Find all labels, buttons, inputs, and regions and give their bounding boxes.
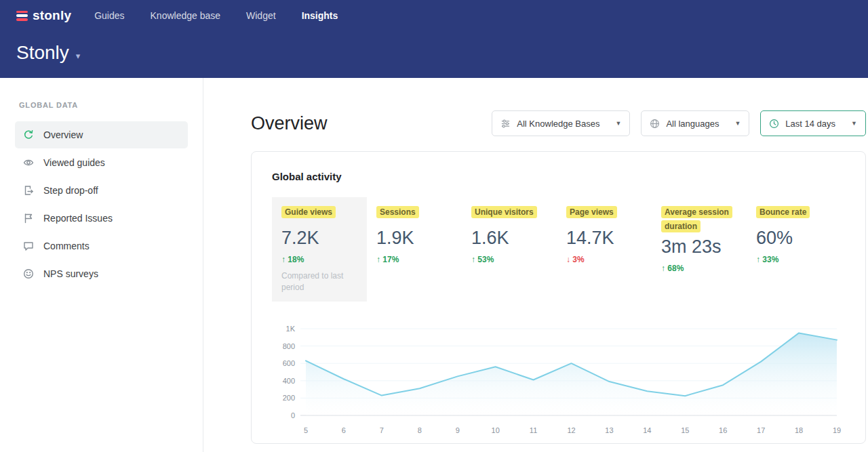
metric-value: 1.6K [471, 228, 549, 249]
metric-label: Sessions [376, 206, 419, 218]
svg-text:1K: 1K [286, 325, 296, 333]
svg-text:6: 6 [342, 426, 346, 434]
sidebar-item-reported-issues[interactable]: Reported Issues [15, 205, 188, 232]
nav-item-knowledge-base[interactable]: Knowledge base [151, 10, 221, 21]
arrow-up-icon: ↑ [471, 255, 475, 264]
sidebar-item-label: Comments [43, 241, 90, 251]
global-activity-chart: 02004006008001K5678910111213141516171819 [272, 319, 845, 440]
metric-delta: ↑ 18% [281, 255, 359, 264]
metrics-row: Guide views 7.2K ↑ 18% Compared to last … [272, 197, 845, 302]
date-range-filter[interactable]: Last 14 days ▼ [760, 110, 866, 136]
metric-average-session-duration[interactable]: Average session duration 3m 23s ↑ 68% [652, 197, 747, 302]
svg-text:15: 15 [681, 426, 689, 434]
metric-label: Page views [566, 206, 617, 218]
metric-unique-visitors[interactable]: Unique visitors 1.6K ↑ 53% [462, 197, 557, 302]
workspace-selector[interactable]: Stonly ▾ [16, 42, 868, 64]
workspace-name: Stonly [16, 42, 69, 64]
nav-item-insights[interactable]: Insights [302, 10, 338, 21]
svg-text:17: 17 [757, 426, 765, 434]
svg-text:12: 12 [567, 426, 575, 434]
sidebar: GLOBAL DATA Overview Viewed guides Step … [0, 78, 203, 452]
metric-bounce-rate[interactable]: Bounce rate 60% ↑ 33% [747, 197, 842, 302]
svg-text:200: 200 [283, 394, 295, 402]
top-navigation: stonly Guides Knowledge base Widget Insi… [16, 0, 868, 26]
svg-text:11: 11 [530, 426, 537, 434]
card-title: Global activity [272, 171, 845, 182]
metric-value: 14.7K [566, 228, 644, 249]
language-filter[interactable]: All languages ▼ [641, 110, 749, 136]
global-activity-card: Global activity Guide views 7.2K ↑ 18% C… [251, 151, 866, 444]
arrow-down-icon: ↓ [566, 255, 570, 264]
metric-label: Average session duration [661, 206, 732, 232]
sidebar-item-comments[interactable]: Comments [15, 232, 188, 260]
metric-guide-views[interactable]: Guide views 7.2K ↑ 18% Compared to last … [272, 197, 367, 302]
sidebar-item-viewed-guides[interactable]: Viewed guides [15, 149, 188, 176]
stonly-logo-text: stonly [33, 8, 71, 23]
metric-label: Guide views [281, 206, 336, 218]
svg-text:800: 800 [283, 342, 295, 350]
step-drop-off-icon [23, 185, 34, 196]
sidebar-item-nps-surveys[interactable]: NPS surveys [15, 260, 188, 287]
arrow-up-icon: ↑ [376, 255, 380, 264]
metric-value: 3m 23s [661, 237, 738, 258]
metric-delta: ↑ 33% [756, 255, 833, 264]
arrow-up-icon: ↑ [661, 264, 665, 273]
sidebar-item-step-drop-off[interactable]: Step drop-off [15, 177, 188, 204]
metric-delta: ↑ 53% [471, 255, 549, 264]
chevron-down-icon: ▼ [851, 120, 857, 127]
sidebar-item-label: NPS surveys [43, 268, 98, 279]
svg-text:0: 0 [291, 411, 295, 419]
knowledge-base-filter[interactable]: All Knowledge Bases ▼ [492, 110, 630, 136]
chevron-down-icon: ▼ [615, 120, 621, 127]
metric-sessions[interactable]: Sessions 1.9K ↑ 17% [367, 197, 462, 302]
metric-value: 60% [756, 228, 833, 249]
svg-text:19: 19 [833, 426, 841, 434]
sidebar-item-overview[interactable]: Overview [15, 121, 188, 148]
filter-label: All languages [666, 119, 719, 129]
filter-label: Last 14 days [785, 119, 835, 129]
page-title: Overview [251, 113, 328, 134]
svg-text:18: 18 [795, 426, 803, 434]
refresh-icon [23, 129, 34, 140]
sliders-icon [500, 119, 511, 129]
svg-text:9: 9 [456, 426, 460, 434]
top-header: stonly Guides Knowledge base Widget Insi… [0, 0, 868, 78]
svg-text:16: 16 [719, 426, 727, 434]
metric-delta: ↑ 17% [376, 255, 454, 264]
nav-item-widget[interactable]: Widget [246, 10, 276, 21]
metric-note: Compared to last period [281, 270, 359, 293]
chart-container: 02004006008001K5678910111213141516171819 [272, 319, 845, 440]
filters: All Knowledge Bases ▼ All languages ▼ La… [492, 110, 866, 136]
svg-text:13: 13 [605, 426, 613, 434]
nav-item-guides[interactable]: Guides [94, 10, 124, 21]
eye-icon [23, 157, 34, 168]
svg-text:8: 8 [418, 426, 422, 434]
arrow-up-icon: ↑ [281, 255, 285, 264]
metric-label: Unique visitors [471, 206, 537, 218]
stonly-logo[interactable]: stonly [16, 8, 71, 23]
metric-page-views[interactable]: Page views 14.7K ↓ 3% [557, 197, 652, 302]
nav-items: Guides Knowledge base Widget Insights [94, 10, 338, 21]
sidebar-item-label: Reported Issues [43, 213, 113, 224]
clock-icon [769, 119, 779, 129]
chevron-down-icon: ▼ [734, 120, 741, 127]
globe-icon [650, 119, 660, 129]
metric-label: Bounce rate [756, 206, 810, 218]
sidebar-item-label: Viewed guides [43, 157, 105, 168]
chevron-down-icon: ▾ [76, 51, 81, 61]
filter-label: All Knowledge Bases [517, 119, 599, 129]
flag-icon [23, 213, 34, 224]
metric-delta: ↑ 68% [661, 264, 738, 273]
svg-text:5: 5 [304, 426, 308, 434]
sidebar-section-label: GLOBAL DATA [19, 101, 188, 109]
svg-text:400: 400 [283, 376, 295, 384]
stonly-logo-icon [16, 11, 28, 21]
arrow-up-icon: ↑ [756, 255, 760, 264]
smiley-icon [23, 268, 34, 279]
sidebar-item-label: Step drop-off [43, 185, 98, 196]
sidebar-item-label: Overview [43, 129, 83, 140]
metric-delta: ↓ 3% [566, 255, 644, 264]
comment-icon [23, 241, 34, 251]
metric-value: 1.9K [376, 228, 454, 249]
svg-text:14: 14 [643, 426, 651, 434]
